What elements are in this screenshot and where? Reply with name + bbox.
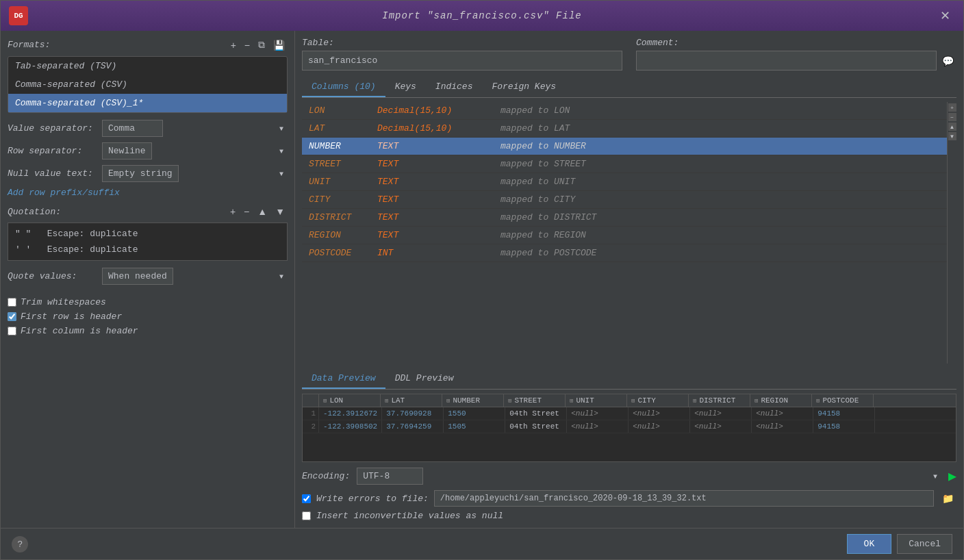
scroll-down-arrow-button[interactable]: ▼ xyxy=(948,132,956,140)
table-row[interactable]: POSTCODE INT mapped to POSTCODE xyxy=(302,244,947,262)
preview-col-header-unit: ⊞ UNIT xyxy=(566,394,627,407)
first-row-header-label: First row is header xyxy=(21,311,122,322)
preview-col-header-lon: ⊞ LON xyxy=(319,394,381,407)
preview-col-header-district: ⊞ DISTRICT xyxy=(689,394,750,407)
left-panel: Formats: + − ⧉ 💾 Tab-separated (TSV) Com… xyxy=(1,31,295,528)
null-value-select[interactable]: Empty string NULL xyxy=(102,165,179,182)
table-row[interactable]: STREET TEXT mapped to STREET xyxy=(302,155,947,173)
preview-row-num-2: 2 xyxy=(303,420,319,433)
preview-cell-number-1: 1550 xyxy=(444,407,505,420)
help-button[interactable]: ? xyxy=(12,536,28,552)
dialog-footer: ? OK Cancel xyxy=(1,528,963,559)
write-errors-path-input[interactable] xyxy=(434,490,934,507)
col-name-district: DISTRICT xyxy=(309,212,377,222)
tab-ddl-preview[interactable]: DDL Preview xyxy=(385,369,464,389)
preview-cell-district-2: <null> xyxy=(690,420,752,433)
tab-foreign-keys[interactable]: Foreign Keys xyxy=(482,77,566,97)
trim-whitespaces-label: Trim whitespaces xyxy=(21,297,106,307)
street-col-icon: ⊞ xyxy=(508,397,511,405)
import-dialog: DG Import "san_francisco.csv" File ✕ For… xyxy=(0,0,964,560)
table-row[interactable]: LAT Decimal(15,10) mapped to LAT xyxy=(302,120,947,138)
add-format-button[interactable]: + xyxy=(228,38,239,52)
insert-null-label: Insert inconvertible values as null xyxy=(316,511,503,521)
table-row[interactable]: NUMBER TEXT mapped to NUMBER xyxy=(302,138,947,155)
dialog-title: Import "san_francisco.csv" File xyxy=(382,10,581,21)
first-col-header-checkbox[interactable] xyxy=(8,327,16,335)
region-col-icon: ⊞ xyxy=(754,397,758,405)
first-col-header-label: First column is header xyxy=(21,326,138,336)
value-separator-select[interactable]: Comma Tab Semicolon xyxy=(102,120,163,137)
table-row[interactable]: LON Decimal(15,10) mapped to LON xyxy=(302,102,947,120)
copy-format-button[interactable]: ⧉ xyxy=(255,38,268,52)
bottom-options: Encoding: UTF-8 UTF-16 ISO-8859-1 ▶ Writ… xyxy=(302,468,956,521)
number-col-icon: ⊞ xyxy=(446,397,450,405)
first-row-header-checkbox[interactable] xyxy=(8,312,16,321)
up-quotation-button[interactable]: ▲ xyxy=(255,205,270,218)
tab-data-preview[interactable]: Data Preview xyxy=(302,369,385,389)
comment-input[interactable] xyxy=(636,51,937,71)
quote-values-label: Quote values: xyxy=(8,271,97,281)
format-item-tsv[interactable]: Tab-separated (TSV) xyxy=(8,57,287,75)
preview-cell-street-2: 04th Street xyxy=(505,420,567,433)
close-button[interactable]: ✕ xyxy=(936,6,955,25)
columns-tabs-row: Columns (10) Keys Indices Foreign Keys xyxy=(302,77,956,98)
null-value-wrapper: Empty string NULL xyxy=(102,165,288,182)
tab-columns[interactable]: Columns (10) xyxy=(302,77,385,97)
insert-null-checkbox[interactable] xyxy=(302,511,311,520)
table-name-input[interactable] xyxy=(302,51,622,71)
format-item-csv1[interactable]: Comma-separated (CSV)_1* xyxy=(8,94,287,112)
write-errors-browse-button[interactable]: 📁 xyxy=(939,492,956,505)
col-mapped-region: mapped to REGION xyxy=(500,230,586,240)
col-mapped-district: mapped to DISTRICT xyxy=(500,212,596,222)
add-quotation-button[interactable]: + xyxy=(227,205,238,218)
col-type-street: TEXT xyxy=(377,159,487,169)
columns-area: LON Decimal(15,10) mapped to LON LAT Dec… xyxy=(302,102,956,364)
trim-whitespaces-checkbox[interactable] xyxy=(8,298,16,307)
row-separator-row: Row separator: Newline CR+LF xyxy=(8,142,288,160)
preview-cell-district-1: <null> xyxy=(690,407,752,420)
write-errors-label: Write errors to file: xyxy=(316,494,429,504)
col-name-number: NUMBER xyxy=(309,141,377,151)
formats-header: Formats: + − ⧉ 💾 xyxy=(8,38,288,52)
format-item-csv[interactable]: Comma-separated (CSV) xyxy=(8,75,287,94)
table-row[interactable]: UNIT TEXT mapped to UNIT xyxy=(302,173,947,191)
write-errors-checkbox[interactable] xyxy=(302,494,311,503)
write-errors-row: Write errors to file: 📁 xyxy=(302,490,956,507)
tab-keys[interactable]: Keys xyxy=(385,77,426,97)
preview-row-num-1: 1 xyxy=(303,407,319,420)
remove-format-button[interactable]: − xyxy=(242,38,253,52)
scroll-minus-button[interactable]: − xyxy=(948,113,956,121)
quotation-item-double[interactable]: " " Escape: duplicate xyxy=(11,226,284,242)
col-mapped-number: mapped to NUMBER xyxy=(500,141,586,151)
save-format-button[interactable]: 💾 xyxy=(270,38,288,52)
table-row[interactable]: DISTRICT TEXT mapped to DISTRICT xyxy=(302,209,947,227)
first-row-header-row: First row is header xyxy=(8,311,288,322)
comment-row: 💬 xyxy=(636,51,956,71)
table-section: Table: xyxy=(302,38,622,71)
encoding-select[interactable]: UTF-8 UTF-16 ISO-8859-1 xyxy=(357,468,423,485)
footer-buttons: OK Cancel xyxy=(847,534,952,554)
remove-quotation-button[interactable]: − xyxy=(241,205,252,218)
comment-edit-button[interactable]: 💬 xyxy=(939,54,956,68)
down-quotation-button[interactable]: ▼ xyxy=(272,205,288,218)
quotation-item-single[interactable]: ' ' Escape: duplicate xyxy=(11,242,284,257)
add-row-prefix-link[interactable]: Add row prefix/suffix xyxy=(8,188,288,198)
preview-cell-number-2: 1505 xyxy=(444,420,505,433)
table-row[interactable]: CITY TEXT mapped to CITY xyxy=(302,191,947,209)
scroll-up-arrow-button[interactable]: ▲ xyxy=(948,123,956,131)
ok-button[interactable]: OK xyxy=(847,534,892,554)
quotation-label: Quotation: xyxy=(8,207,61,217)
quote-values-select[interactable]: When needed Always Never xyxy=(102,268,173,285)
row-separator-select[interactable]: Newline CR+LF xyxy=(102,142,152,160)
table-row[interactable]: REGION TEXT mapped to REGION xyxy=(302,227,947,244)
tab-indices[interactable]: Indices xyxy=(426,77,483,97)
preview-col-header-lat: ⊞ LAT xyxy=(381,394,442,407)
col-type-city: TEXT xyxy=(377,194,487,205)
formats-label: Formats: xyxy=(8,40,50,50)
col-type-postcode: INT xyxy=(377,248,487,258)
preview-cell-region-2: <null> xyxy=(752,420,813,433)
comment-label: Comment: xyxy=(636,38,956,48)
cancel-button[interactable]: Cancel xyxy=(897,534,952,554)
comment-section: Comment: 💬 xyxy=(636,38,956,71)
scroll-up-button[interactable]: + xyxy=(948,103,956,112)
